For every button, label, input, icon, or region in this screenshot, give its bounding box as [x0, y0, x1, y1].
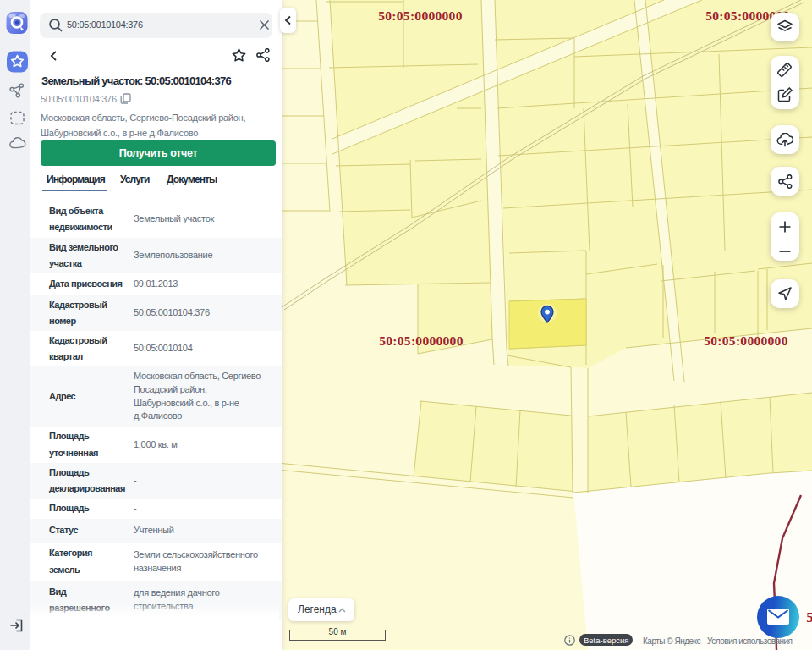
svg-text:50:05:0000000: 50:05:0000000: [704, 333, 787, 348]
svg-text:50: 50: [806, 609, 812, 625]
svg-text:50:05:0000000: 50:05:0000000: [378, 8, 462, 23]
svg-text:50:05:0000000: 50:05:0000000: [379, 333, 463, 348]
